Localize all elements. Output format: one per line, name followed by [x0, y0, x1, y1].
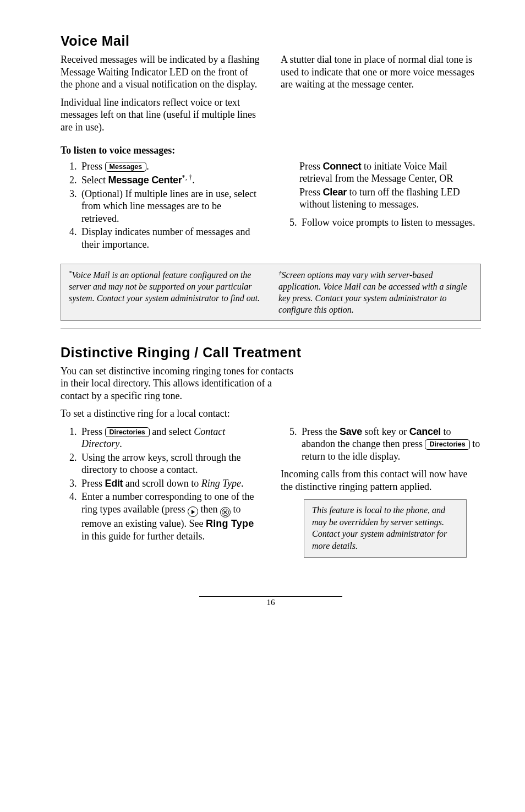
- directories-button-icon-2: Directories: [425, 439, 469, 450]
- vm-left-p2: Individual line indicators reflect voice…: [61, 96, 261, 134]
- x-circle-icon: ✕: [220, 507, 231, 517]
- vm-steps-left: Press Messages. Select Message Center*, …: [61, 160, 261, 251]
- vm-step2-sup: *, †: [182, 173, 192, 181]
- ring-type-bold: Ring Type: [206, 518, 254, 529]
- distinctive-columns: Press Directories and select Contact Dir…: [61, 426, 481, 558]
- dr5-b: soft key or: [362, 426, 409, 437]
- directories-button-icon: Directories: [105, 427, 150, 438]
- footer-rule: [199, 596, 342, 597]
- vm-footnote-right: †Screen options may vary with server-bas…: [271, 264, 480, 320]
- connect-label: Connect: [323, 161, 362, 172]
- dr4-b: then: [198, 504, 220, 515]
- dr-step-5: Press the Save soft key or Cancel to aba…: [299, 426, 481, 463]
- right-arrow-circle-icon: [188, 506, 198, 517]
- dr1-b: and select: [150, 426, 194, 437]
- message-center-label: Message Center: [108, 175, 182, 186]
- voicemail-steps-columns: Press Messages. Select Message Center*, …: [61, 160, 481, 257]
- ring-type-label: Ring Type: [201, 478, 241, 489]
- distinctive-heading: Distinctive Ringing / Call Treatment: [61, 345, 481, 361]
- vm-step-2: Select Message Center*, †.: [79, 173, 261, 187]
- vm-step2-a: Select: [81, 175, 108, 186]
- vm-left-p1: Received messages will be indicated by a…: [61, 53, 261, 91]
- messages-button-icon: Messages: [105, 162, 147, 172]
- page-footer: 16: [61, 596, 481, 607]
- vm-step2-b: .: [192, 175, 195, 186]
- vm-step-3: (Optional) If multiple lines are in use,…: [79, 188, 261, 225]
- dr3-a: Press: [81, 478, 105, 489]
- dr-lead: To set a distinctive ring for a local co…: [61, 407, 481, 420]
- vm-ri-a: Press: [299, 161, 323, 172]
- dr-post: Incoming calls from this contact will no…: [281, 468, 481, 493]
- dr3-d: .: [241, 478, 244, 489]
- dr-step-1: Press Directories and select Contact Dir…: [79, 426, 261, 450]
- vm-ri-c: Press: [299, 187, 323, 198]
- dr3-b: and scroll down to: [123, 478, 201, 489]
- vm-clear-line: Press Clear to turn off the flashing LED…: [299, 186, 481, 211]
- vm-step-1: Press Messages.: [79, 160, 261, 173]
- save-label: Save: [340, 426, 362, 437]
- dr-step-4: Enter a number corresponding to one of t…: [79, 491, 261, 542]
- vm-connect-line: Press Connect to initiate Voice Mail ret…: [299, 160, 481, 185]
- cancel-label: Cancel: [409, 426, 441, 437]
- dr5-a: Press the: [302, 426, 340, 437]
- dr-step-3: Press Edit and scroll down to Ring Type.: [79, 477, 261, 490]
- vm-subheading: To listen to voice messages:: [61, 144, 481, 157]
- vm-footnote-right-text: Screen options may vary with server-base…: [278, 270, 467, 314]
- vm-footnote-left: *Voice Mail is an optional feature confi…: [61, 264, 271, 320]
- section-divider: [61, 329, 481, 329]
- page-number: 16: [267, 598, 275, 607]
- dr1-d: .: [119, 438, 122, 449]
- dr-step-2: Using the arrow keys, scroll through the…: [79, 451, 261, 476]
- vm-step-5: Follow voice prompts to listen to messag…: [299, 216, 481, 229]
- vm-step1-a: Press: [81, 161, 105, 172]
- dr-note: This feature is local to the phone, and …: [304, 499, 467, 558]
- vm-right-indent-block: Press Connect to initiate Voice Mail ret…: [281, 160, 481, 211]
- clear-label: Clear: [323, 187, 347, 198]
- dr-steps-right: Press the Save soft key or Cancel to aba…: [281, 426, 481, 463]
- dr-intro: You can set distinctive incoming ringing…: [61, 365, 297, 402]
- voicemail-intro-columns: Received messages will be indicated by a…: [61, 53, 481, 139]
- dr4-d: in this guide for further details.: [81, 531, 205, 542]
- dr1-a: Press: [81, 426, 105, 437]
- vm-steps-right: Follow voice prompts to listen to messag…: [281, 216, 481, 229]
- dr-steps-left: Press Directories and select Contact Dir…: [61, 426, 261, 543]
- edit-label: Edit: [105, 478, 123, 489]
- vm-right-p1: A stutter dial tone in place of normal d…: [281, 53, 481, 91]
- vm-step-4: Display indicates number of messages and…: [79, 226, 261, 250]
- vm-step1-b: .: [146, 161, 149, 172]
- vm-footnotes: *Voice Mail is an optional feature confi…: [61, 264, 481, 321]
- voice-mail-heading: Voice Mail: [61, 33, 481, 49]
- vm-footnote-left-text: Voice Mail is an optional feature config…: [69, 270, 260, 303]
